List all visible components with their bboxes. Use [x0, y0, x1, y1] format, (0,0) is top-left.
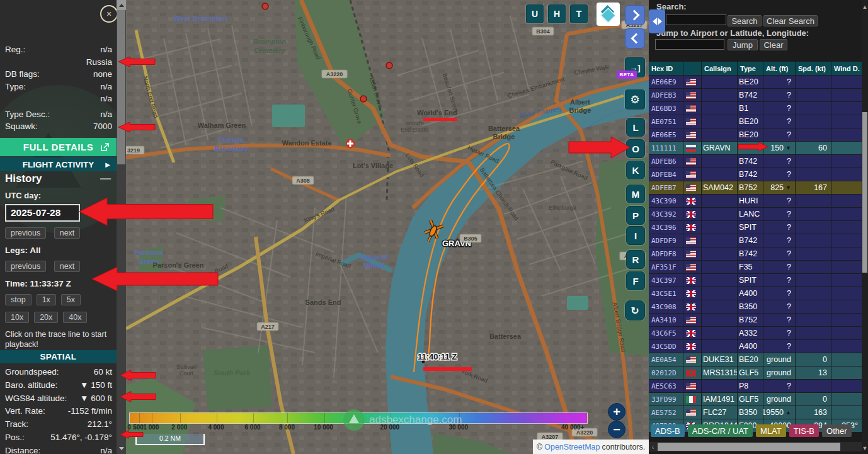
map-mode-button-M[interactable]: M	[626, 184, 645, 203]
panel-toggle-button[interactable]	[649, 9, 665, 33]
osm-link[interactable]: OpenStreetMap	[544, 443, 600, 451]
collapse-icon[interactable]: —	[100, 173, 111, 185]
speed-5x-button[interactable]: 5x	[61, 294, 81, 305]
scroll-left-icon[interactable]: ‹	[649, 442, 657, 451]
panel-collapse-button[interactable]	[625, 28, 645, 48]
flag-us-icon	[686, 92, 696, 99]
table-row[interactable]: 43C392LANC?	[649, 208, 868, 220]
full-details-button[interactable]: FULL DETAILS	[0, 138, 117, 156]
table-row[interactable]: ADFDF8B742?	[649, 247, 868, 260]
hscroll-thumb[interactable]	[658, 443, 840, 451]
flag-it-icon	[686, 396, 696, 403]
table-row[interactable]: AE0751BE20?	[649, 115, 868, 128]
table-row[interactable]: AE5C63P8?	[649, 380, 868, 392]
table-scroll-up-icon[interactable]: ▲	[862, 4, 868, 10]
search-input[interactable]	[666, 14, 726, 25]
svg-text:Imperial: Imperial	[360, 253, 388, 261]
adsbexchange-watermark: adsbexchange.com	[343, 409, 462, 431]
map-canvas[interactable]: GRAVN 11:40:11 Z West BromptonBromptonCe…	[126, 0, 649, 454]
layers-button[interactable]	[597, 3, 620, 26]
sidebar-scrollbar[interactable]	[117, 0, 126, 454]
table-scroll-down-icon[interactable]: ▼	[862, 445, 868, 451]
horizontal-scrollbar[interactable]: ‹ ›	[649, 442, 868, 451]
flag-us-icon	[686, 237, 696, 244]
map-mode-button-L[interactable]: L	[626, 118, 645, 137]
jump-input[interactable]	[655, 39, 724, 50]
table-row[interactable]: 43C5E1A400?	[649, 287, 868, 300]
table-row[interactable]: AA3410B752?	[649, 314, 868, 326]
svg-text:Court: Court	[180, 370, 194, 377]
flight-activity-button[interactable]: FLIGHT ACTIVITY ▶	[0, 157, 117, 171]
filter-ads-c-r-uat-button[interactable]: ADS-C/R / UAT	[688, 424, 753, 437]
flight-activity-label: FLIGHT ACTIVITY	[23, 160, 94, 169]
table-row[interactable]: AE5752FLC27B35019550▲163	[649, 406, 868, 419]
map-button-H[interactable]: H	[548, 4, 566, 23]
zoom-out-button[interactable]: −	[608, 421, 625, 438]
table-row[interactable]: ADFEB3B742?	[649, 89, 868, 101]
table-row[interactable]: 111111GRAVN150▼60	[649, 142, 868, 154]
speed-10x-button[interactable]: 10x	[5, 312, 29, 323]
table-row[interactable]: 43C6F5A332?	[649, 327, 868, 339]
table-row[interactable]: 43C5DDA400?	[649, 340, 868, 353]
svg-text:Ethelburga: Ethelburga	[549, 205, 576, 211]
spatial-row: Baro. altitude:▼ 150 ft	[5, 380, 112, 394]
table-row[interactable]: 33FD99IAM1491GLF5ground0	[649, 393, 868, 406]
table-row[interactable]: ADFEB6B742?	[649, 155, 868, 167]
map-mode-button-O[interactable]: O	[626, 139, 645, 158]
close-icon[interactable]: ×	[100, 5, 117, 23]
map-mode-button-K[interactable]: K	[626, 161, 645, 179]
previous-day-button[interactable]: previous	[5, 227, 46, 239]
map-mode-button-F[interactable]: F	[626, 271, 645, 290]
table-row[interactable]: ADFEB7SAM042B752825▼167	[649, 181, 868, 194]
map-mode-button-I[interactable]: I	[626, 226, 645, 245]
clear-button[interactable]: Clear	[760, 39, 787, 50]
table-row[interactable]: 43C908B350?	[649, 300, 868, 313]
external-link-icon	[101, 143, 109, 151]
table-row[interactable]: AE06E9BE20?	[649, 76, 868, 88]
search-button[interactable]: Search	[728, 15, 762, 26]
table-row[interactable]: 02012DMRS1315GLF5ground13	[649, 366, 868, 379]
map-mode-button-R[interactable]: R	[626, 250, 645, 269]
table-row[interactable]: AE6BD3B1?	[649, 102, 868, 115]
previous-leg-button[interactable]: previous	[5, 261, 46, 272]
clear-search-button[interactable]: Clear Search	[763, 15, 818, 26]
table-row[interactable]: AF351FF35?	[649, 261, 868, 273]
scroll-down-icon[interactable]	[117, 444, 126, 453]
panel-expand-button[interactable]	[625, 5, 645, 25]
filter-other-button[interactable]: Other	[822, 424, 852, 437]
next-leg-button[interactable]: next	[54, 261, 81, 272]
speed-1x-button[interactable]: 1x	[37, 294, 56, 305]
map-button-U[interactable]: U	[526, 4, 544, 23]
next-day-button[interactable]: next	[54, 227, 81, 239]
jump-label: Jump to Airport or Latitude, Longitude:	[656, 28, 809, 38]
speed-20x-button[interactable]: 20x	[34, 312, 58, 323]
filter-ads-b-button[interactable]: ADS-B	[651, 424, 685, 437]
filter-tis-b-button[interactable]: TIS-B	[789, 424, 819, 437]
table-row[interactable]: ADFDF9B742?	[649, 234, 868, 247]
expand-triangle-icon: ▶	[105, 161, 110, 168]
table-scroll-thumb[interactable]	[862, 112, 867, 273]
adsbexchange-logo-icon	[343, 409, 365, 431]
flag-gb-icon	[686, 198, 696, 205]
table-row[interactable]: AE06E5BE20?	[649, 128, 868, 141]
table-scrollbar[interactable]: ▲ ▼	[862, 0, 868, 454]
filter-mlat-button[interactable]: MLAT	[756, 424, 786, 437]
history-section-header[interactable]: History —	[5, 173, 111, 185]
table-row[interactable]: 43C390HURI?	[649, 195, 868, 207]
table-row[interactable]: AE0A54DUKE31BE20ground0	[649, 353, 868, 366]
zoom-in-button[interactable]: +	[608, 403, 625, 421]
map-mode-button-P[interactable]: P	[626, 206, 645, 225]
table-row[interactable]: ADFEB4B742?	[649, 168, 868, 181]
jump-button[interactable]: Jump	[728, 39, 758, 50]
speed-stop-button[interactable]: stop	[5, 294, 31, 305]
spatial-section-header[interactable]: SPATIAL	[0, 350, 117, 363]
table-row[interactable]: 43C396SPIT?	[649, 221, 868, 234]
speed-40x-button[interactable]: 40x	[63, 312, 87, 323]
sidebar-scroll-thumb[interactable]	[117, 10, 125, 164]
utc-day-input[interactable]	[5, 204, 80, 222]
settings-button[interactable]: ⚙	[625, 89, 645, 110]
table-row[interactable]: 43C397SPIT?	[649, 274, 868, 287]
scroll-up-icon[interactable]	[117, 0, 126, 10]
map-button-T[interactable]: T	[570, 4, 588, 23]
replay-button[interactable]: ↻	[625, 300, 645, 321]
